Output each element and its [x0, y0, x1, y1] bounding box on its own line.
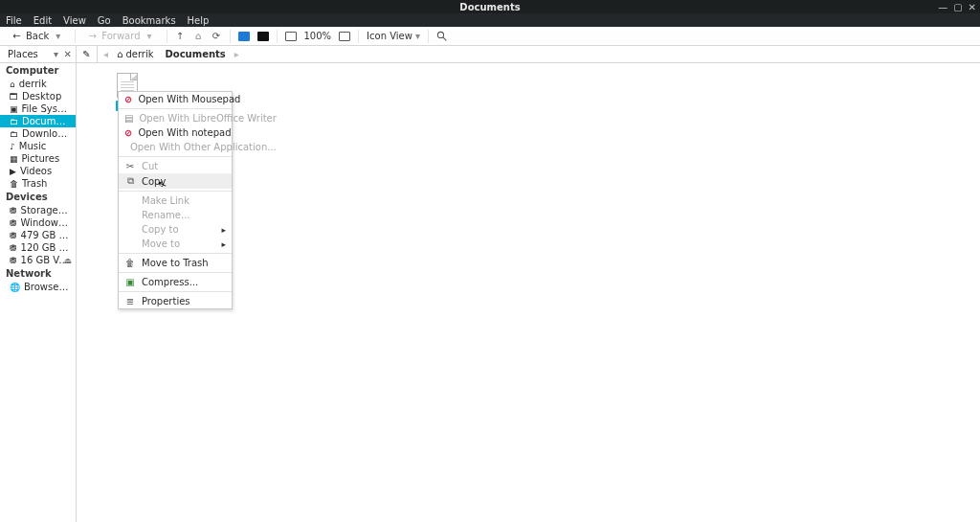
sidebar-item-479-gb-volume[interactable]: ⛃479 GB Volume [0, 229, 76, 241]
trash-icon: 🗑 [124, 258, 136, 268]
drive-icon: ⛃ [10, 231, 17, 240]
context-menu-item-rename: Rename... [119, 208, 232, 222]
places-panel-header: Places ▾ ✕ [0, 46, 77, 62]
separator [167, 30, 167, 43]
toolbar: ← Back ▾ → Forward ▾ ↑ ⌂ ⟳ 100% Icon Vie… [0, 27, 980, 46]
sidebar-item-videos[interactable]: ▶Videos [0, 165, 76, 177]
deny-icon: ⊘ [124, 127, 132, 138]
places-close-icon[interactable]: ✕ [64, 49, 72, 59]
context-menu-item-copy-to: Copy to▸ [119, 222, 232, 237]
menu-view[interactable]: View [63, 15, 86, 26]
sidebar-item-16-gb-volu-[interactable]: ⛃16 GB Volu...⏏ [0, 254, 76, 266]
context-menu-item-label: Open With LibreOffice Writer [139, 113, 276, 124]
window-minimize-button[interactable]: — [938, 2, 947, 12]
folder-icon: 🗀 [10, 117, 18, 126]
menu-file[interactable]: File [6, 15, 22, 26]
context-menu-item-label: Properties [142, 296, 190, 306]
sidebar-item-windows-ssd-sto-[interactable]: ⛃Windows SSD sto... [0, 216, 76, 229]
context-menu-item-open-with-mousepad[interactable]: ⊘Open With Mousepad [119, 92, 232, 106]
context-menu-separator [119, 156, 232, 157]
sidebar-item-label: Videos [20, 166, 52, 176]
separator [358, 30, 359, 43]
context-menu-separator [119, 253, 232, 254]
path-back-icon[interactable]: ◂ [103, 49, 108, 59]
view-toggle-alt-icon[interactable] [257, 32, 269, 41]
sidebar-item-label: Desktop [22, 91, 61, 102]
chevron-down-icon: ▾ [415, 31, 420, 41]
context-menu-item-label: Open With Other Application... [130, 142, 277, 152]
file-view[interactable]: test ⊘Open With Mousepad▤Open With Libre… [77, 63, 980, 522]
context-menu-item-compress[interactable]: ▣Compress... [119, 275, 232, 289]
view-toggle-active-icon[interactable] [238, 32, 250, 41]
sidebar-item-music[interactable]: ♪Music [0, 140, 76, 152]
pencil-icon: ✎ [82, 49, 90, 59]
breadcrumb-current[interactable]: Documents [163, 48, 229, 60]
edit-path-button[interactable]: ✎ [77, 46, 98, 62]
titlebar: Documents — ▢ ✕ [0, 0, 980, 13]
sidebar-item-label: Documents [22, 116, 70, 126]
window-close-button[interactable]: ✕ [969, 2, 976, 12]
breadcrumb-home[interactable]: ⌂ derrik [114, 48, 156, 60]
back-button[interactable]: ← Back ▾ [8, 30, 67, 42]
music-icon: ♪ [10, 142, 15, 151]
context-menu-item-label: Open With notepad [138, 127, 231, 138]
sidebar-item-downloads[interactable]: 🗀Downloads [0, 127, 76, 140]
video-icon: ▶ [10, 167, 16, 176]
reload-icon[interactable]: ⟳ [212, 31, 222, 41]
zoom-level: 100% [304, 31, 332, 41]
up-icon[interactable]: ↑ [175, 31, 186, 41]
context-menu-item-label: Copy to [142, 224, 179, 235]
breadcrumb-home-label: derrik [125, 49, 153, 59]
sidebar-item-label: Downloads [22, 128, 70, 139]
context-menu-item-open-with-libreoffice-writer: ▤Open With LibreOffice Writer [119, 111, 232, 125]
menu-go[interactable]: Go [98, 15, 111, 26]
sidebar-item-documents[interactable]: 🗀Documents [0, 115, 76, 127]
deny-icon: ⊘ [124, 94, 132, 104]
context-menu-item-move-to-trash[interactable]: 🗑Move to Trash [119, 256, 232, 270]
home-icon[interactable]: ⌂ [193, 31, 204, 41]
sidebar-item-label: Pictures [22, 153, 60, 164]
sidebar-section-title: Computer [0, 63, 76, 78]
sidebar-item-file-system[interactable]: ▣File System [0, 102, 76, 115]
sidebar-item-desktop[interactable]: 🗔Desktop [0, 90, 76, 102]
sidebar-item-label: 120 GB Volume [21, 242, 70, 253]
context-menu-item-label: Compress... [142, 277, 198, 287]
chevron-down-icon[interactable]: ▾ [54, 49, 58, 59]
sidebar-item-derrik[interactable]: ⌂derrik [0, 78, 76, 90]
locationbar: Places ▾ ✕ ✎ ◂ ⌂ derrik Documents ▸ [0, 46, 980, 63]
drive-icon: ⛃ [10, 206, 17, 216]
menu-edit[interactable]: Edit [33, 15, 52, 26]
sidebar-item-pictures[interactable]: ▦Pictures [0, 152, 76, 165]
menu-help[interactable]: Help [188, 15, 210, 26]
context-menu-item-make-link: Make Link [119, 193, 232, 208]
sidebar-item-label: Trash [22, 178, 47, 189]
sidebar-item-120-gb-volume[interactable]: ⛃120 GB Volume [0, 241, 76, 254]
doc-icon: ▤ [124, 113, 133, 124]
chevron-down-icon: ▾ [145, 31, 155, 41]
context-menu-item-properties[interactable]: ≣Properties [119, 294, 232, 308]
context-menu-separator [119, 108, 232, 109]
search-icon[interactable] [436, 31, 447, 41]
desktop-icon: 🗔 [10, 92, 18, 102]
view-mode-selector[interactable]: Icon View ▾ [367, 31, 420, 41]
sidebar-item-label: derrik [19, 79, 47, 89]
main: Computer⌂derrik🗔Desktop▣File System🗀Docu… [0, 63, 980, 522]
forward-button[interactable]: → Forward ▾ [83, 30, 158, 42]
path-forward-icon[interactable]: ▸ [234, 49, 239, 59]
menu-bookmarks[interactable]: Bookmarks [122, 15, 176, 26]
zoom-in-icon[interactable] [339, 32, 350, 41]
eject-icon[interactable]: ⏏ [63, 256, 72, 265]
sidebar-item-trash[interactable]: 🗑Trash [0, 177, 76, 190]
zoom-out-icon[interactable] [285, 32, 297, 41]
arrow-right-icon: → [87, 31, 98, 41]
context-menu-item-open-with-notepad[interactable]: ⊘Open With notepad [119, 125, 232, 140]
folder-icon: 🗀 [10, 129, 18, 139]
drive-icon: ⛃ [10, 218, 17, 228]
sidebar-item-storage-windows[interactable]: ⛃Storage Windows [0, 204, 76, 216]
context-menu-item-copy[interactable]: ⧉Copy [119, 173, 232, 189]
sidebar-item-browse-network[interactable]: 🌐Browse Network [0, 281, 76, 293]
context-menu: ⊘Open With Mousepad▤Open With LibreOffic… [118, 91, 233, 309]
window-maximize-button[interactable]: ▢ [953, 2, 962, 12]
context-menu-item-open-with-other-application: Open With Other Application... [119, 140, 232, 154]
places-title: Places [8, 49, 38, 59]
